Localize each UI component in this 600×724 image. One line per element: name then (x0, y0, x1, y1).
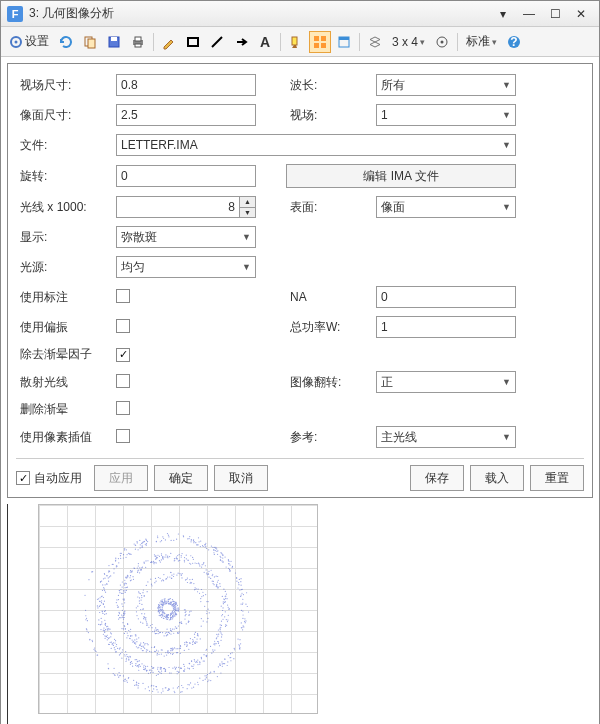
use-polar-checkbox[interactable] (116, 319, 130, 333)
svg-point-1203 (163, 610, 164, 611)
svg-point-389 (91, 571, 92, 572)
svg-point-1136 (160, 541, 161, 542)
save-icon[interactable] (103, 31, 125, 53)
svg-point-356 (123, 600, 124, 601)
load-button[interactable]: 载入 (470, 465, 524, 491)
svg-point-691 (124, 610, 125, 611)
svg-point-978 (192, 639, 193, 640)
svg-point-812 (151, 666, 152, 667)
pixel-interp-checkbox[interactable] (116, 429, 130, 443)
svg-point-718 (186, 644, 187, 645)
svg-point-98 (101, 624, 102, 625)
svg-point-831 (122, 622, 123, 623)
copy-icon[interactable] (79, 31, 101, 53)
svg-point-966 (141, 597, 142, 598)
save-button[interactable]: 保存 (410, 465, 464, 491)
display-label: 显示: (16, 229, 116, 246)
svg-point-668 (135, 549, 136, 550)
svg-point-314 (214, 547, 215, 548)
minimize-button[interactable]: — (517, 5, 541, 23)
svg-point-1072 (214, 649, 215, 650)
svg-point-91 (137, 567, 138, 568)
flip-select[interactable]: 正▼ (376, 371, 516, 393)
svg-point-338 (85, 615, 86, 616)
svg-point-885 (165, 670, 166, 671)
line-icon[interactable] (206, 31, 228, 53)
wavelength-select[interactable]: 所有▼ (376, 74, 516, 96)
svg-point-392 (132, 640, 133, 641)
field-size-input[interactable] (116, 74, 256, 96)
print-icon[interactable] (127, 31, 149, 53)
svg-point-1128 (206, 675, 207, 676)
svg-point-952 (137, 570, 138, 571)
svg-point-372 (124, 599, 125, 600)
svg-point-862 (142, 609, 143, 610)
svg-point-241 (129, 631, 130, 632)
remove-vig-checkbox[interactable] (116, 348, 130, 362)
svg-point-1107 (136, 638, 137, 639)
ref-select[interactable]: 主光线▼ (376, 426, 516, 448)
field-select[interactable]: 1▼ (376, 104, 516, 126)
rotate-input[interactable] (116, 165, 256, 187)
rays-input[interactable] (116, 196, 256, 218)
svg-point-232 (200, 638, 201, 639)
svg-point-506 (193, 687, 194, 688)
close-button[interactable]: ✕ (569, 5, 593, 23)
rect-icon[interactable] (182, 31, 204, 53)
window-icon[interactable] (333, 31, 355, 53)
image-size-input[interactable] (116, 104, 256, 126)
svg-point-165 (171, 575, 172, 576)
svg-point-54 (108, 565, 109, 566)
text-icon[interactable]: A (254, 31, 276, 53)
pencil-icon[interactable] (158, 31, 180, 53)
use-label-checkbox[interactable] (116, 289, 130, 303)
arrow-icon[interactable] (230, 31, 252, 53)
svg-point-731 (186, 558, 187, 559)
delete-vig-checkbox[interactable] (116, 401, 130, 415)
svg-point-1108 (206, 656, 207, 657)
surface-select[interactable]: 像面▼ (376, 196, 516, 218)
ok-button[interactable]: 确定 (154, 465, 208, 491)
cancel-button[interactable]: 取消 (214, 465, 268, 491)
svg-point-648 (151, 685, 152, 686)
grid-size-menu[interactable]: 3 x 4▾ (388, 35, 429, 49)
reset-button[interactable]: 重置 (530, 465, 584, 491)
layers-icon[interactable] (364, 31, 386, 53)
svg-point-990 (176, 648, 177, 649)
svg-point-840 (240, 643, 241, 644)
svg-point-580 (176, 558, 177, 559)
scatter-checkbox[interactable] (116, 374, 130, 388)
svg-point-875 (141, 613, 142, 614)
maximize-button[interactable]: ☐ (543, 5, 567, 23)
svg-point-667 (212, 574, 213, 575)
settings-menu[interactable]: 设置 (5, 33, 53, 50)
file-select[interactable]: LETTERF.IMA▼ (116, 134, 516, 156)
power-input[interactable] (376, 316, 516, 338)
svg-point-1057 (187, 538, 188, 539)
svg-point-684 (236, 581, 237, 582)
svg-point-724 (94, 647, 95, 648)
svg-point-299 (140, 666, 141, 667)
grid-view-icon[interactable] (309, 31, 331, 53)
svg-point-74 (161, 559, 162, 560)
refresh-icon[interactable] (55, 31, 77, 53)
svg-point-786 (154, 582, 155, 583)
source-select[interactable]: 均匀▼ (116, 256, 256, 278)
target-icon[interactable] (431, 31, 453, 53)
na-input[interactable] (376, 286, 516, 308)
svg-point-785 (121, 628, 122, 629)
svg-point-1129 (184, 618, 185, 619)
svg-point-1102 (150, 669, 151, 670)
dropdown-button[interactable]: ▾ (491, 5, 515, 23)
display-select[interactable]: 弥散斑▼ (116, 226, 256, 248)
apply-button[interactable]: 应用 (94, 465, 148, 491)
highlight-icon[interactable] (285, 31, 307, 53)
standard-menu[interactable]: 标准▾ (462, 33, 501, 50)
rays-spinner[interactable]: ▲▼ (239, 197, 255, 217)
svg-point-310 (109, 644, 110, 645)
help-icon[interactable]: ? (503, 31, 525, 53)
auto-apply-checkbox[interactable] (16, 471, 30, 485)
edit-ima-button[interactable]: 编辑 IMA 文件 (286, 164, 516, 188)
svg-point-306 (140, 544, 141, 545)
svg-point-1063 (219, 628, 220, 629)
